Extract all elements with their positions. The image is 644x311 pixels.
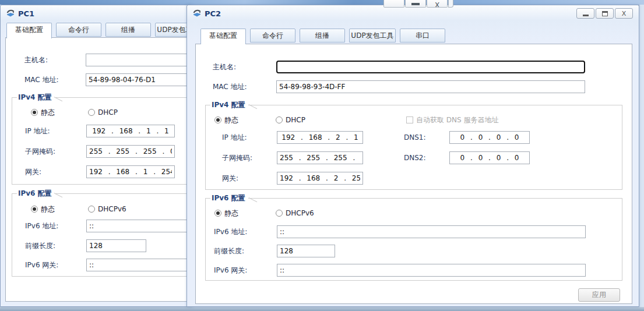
minimize-icon (411, 3, 420, 5)
pc2-mac-label: MAC 地址: (213, 80, 247, 93)
pc1-ipv4-groupbox: IPv4 配置 静态 DHCP IP 地址: 子网掩码: 网关: (12, 97, 190, 185)
pc2-window: PC2 X 基础配置 命令行 组播 UDP发包工具 串口 主机名: MAC 地址… (186, 5, 639, 307)
pc1-ipv6-gw-input[interactable] (86, 259, 192, 271)
pc2-tab-serial[interactable]: 串口 (400, 29, 445, 43)
pc1-ipv6-dhcpv6-radio[interactable]: DHCPv6 (88, 205, 126, 213)
ghost-minimize-button[interactable] (405, 0, 426, 8)
radio-unselected-icon (88, 109, 95, 116)
pc2-ipv4-static-label: 静态 (224, 115, 238, 125)
pc2-ipv6-groupbox: IPv6 配置 静态 DHCPv6 IPv6 地址: 前缀长度: IPv6 网关… (205, 198, 622, 281)
pc1-ipv6-group-label: IPv6 配置 (17, 189, 55, 198)
radio-unselected-icon (276, 210, 283, 217)
pc2-gateway-input[interactable] (277, 172, 363, 185)
radio-selected-icon (214, 210, 221, 217)
pc2-ipv6-group-label: IPv6 配置 (210, 193, 248, 203)
pc2-ipv6-static-label: 静态 (224, 208, 238, 218)
groupbox-diagonal (249, 197, 258, 202)
pc2-tabs: 基础配置 命令行 组播 UDP发包工具 串口 (200, 29, 445, 44)
radio-unselected-icon (276, 116, 283, 123)
pc1-ipv6-addr-input[interactable] (86, 220, 192, 232)
pc2-close-button[interactable]: X (615, 8, 633, 19)
pc1-mask-input[interactable] (86, 145, 175, 158)
pc1-ip-label: IP 地址: (25, 125, 50, 137)
pc1-tab-basic-config[interactable]: 基础配置 (6, 23, 52, 38)
pc2-ipv6-gw-input[interactable] (277, 264, 586, 277)
pc2-dns2-input[interactable] (449, 151, 530, 164)
pc1-gateway-input[interactable] (86, 165, 175, 178)
pc2-ipv6-dhcpv6-label: DHCPv6 (286, 209, 314, 217)
pc1-ipv4-static-radio[interactable]: 静态 (31, 108, 55, 116)
pc2-hostname-input[interactable] (276, 61, 585, 73)
pc2-mask-input[interactable] (277, 151, 363, 164)
groupbox-diagonal (54, 193, 63, 197)
pc2-tab-basic-config[interactable]: 基础配置 (200, 29, 246, 44)
radio-selected-icon (31, 206, 38, 213)
pc2-mac-input[interactable] (276, 80, 585, 93)
pc2-tab-cli[interactable]: 命令行 (250, 29, 295, 43)
ghost-maximize-button[interactable] (383, 0, 404, 8)
pc2-prefix-input[interactable] (277, 245, 335, 257)
pc2-minimize-button[interactable] (576, 8, 594, 19)
ghost-window-corner (448, 0, 453, 8)
pc1-ipv4-group-label: IPv4 配置 (17, 93, 55, 102)
pc1-ip-input[interactable] (86, 125, 175, 137)
ghost-close-button[interactable]: X (427, 0, 448, 8)
pc1-mask-label: 子网掩码: (25, 145, 55, 158)
pc1-ipv6-addr-label: IPv6 地址: (25, 220, 58, 232)
pc1-mac-input[interactable] (86, 73, 192, 86)
pc2-tab-multicast[interactable]: 组播 (300, 29, 345, 43)
pc1-hostname-input[interactable] (86, 54, 192, 66)
pc2-dns2-label: DNS2: (404, 151, 426, 164)
maximize-icon (602, 11, 608, 16)
pc1-basic-config-panel: 主机名: MAC 地址: IPv4 配置 静态 DHCP IP 地址: 子网 (5, 37, 192, 302)
pc1-tab-cli[interactable]: 命令行 (56, 23, 101, 37)
groupbox-diagonal (54, 97, 63, 101)
pc2-gateway-label: 网关: (222, 172, 238, 185)
radio-unselected-icon (88, 206, 95, 213)
pc2-dns-auto-checkbox[interactable]: 自动获取 DNS 服务器地址 (406, 116, 498, 124)
pc1-ipv4-dhcp-label: DHCP (98, 108, 118, 116)
pc2-ipv6-dhcpv6-radio[interactable]: DHCPv6 (276, 209, 314, 217)
pc2-ipv6-addr-input[interactable] (277, 225, 586, 238)
pc1-hostname-label: 主机名: (24, 54, 48, 66)
pc2-dns-auto-label: 自动获取 DNS 服务器地址 (416, 115, 498, 125)
background-bottom-strip (0, 307, 644, 311)
pc2-ipv4-group-label: IPv4 配置 (210, 100, 248, 109)
radio-selected-icon (31, 109, 38, 116)
pc1-ipv6-static-radio[interactable]: 静态 (31, 205, 55, 213)
pc1-prefix-label: 前缀长度: (25, 239, 55, 252)
desktop: PC1 基础配置 命令行 组播 UDP发包工具 主机名: MAC 地址: IPv… (0, 0, 644, 311)
pc1-window: PC1 基础配置 命令行 组播 UDP发包工具 主机名: MAC 地址: IPv… (0, 5, 192, 307)
pc2-ip-input[interactable] (277, 131, 363, 144)
device-icon (5, 9, 16, 18)
pc1-ipv6-dhcpv6-label: DHCPv6 (98, 205, 126, 213)
pc2-dns1-input[interactable] (449, 131, 530, 144)
pc1-titlebar[interactable]: PC1 (1, 5, 192, 22)
minimize-icon (583, 15, 589, 16)
pc1-mac-label: MAC 地址: (24, 73, 59, 86)
checkbox-unchecked-icon (406, 116, 413, 123)
pc2-ipv4-static-radio[interactable]: 静态 (214, 116, 238, 124)
pc1-ipv4-dhcp-radio[interactable]: DHCP (88, 108, 118, 116)
close-icon: X (622, 10, 627, 17)
pc2-window-title: PC2 (205, 9, 221, 18)
apply-button[interactable]: 应用 (578, 288, 620, 302)
pc1-prefix-input[interactable] (86, 239, 146, 252)
pc1-ipv6-groupbox: IPv6 配置 静态 DHCPv6 IPv6 地址: 前缀长度: IPv6 网关… (12, 193, 190, 277)
groupbox-diagonal (249, 104, 258, 109)
pc1-window-title: PC1 (18, 9, 34, 18)
pc2-ipv6-addr-label: IPv6 地址: (214, 225, 247, 238)
pc2-basic-config-panel: 主机名: MAC 地址: IPv4 配置 静态 DHCP 自动获取 (195, 44, 632, 304)
pc1-ipv4-static-label: 静态 (41, 108, 55, 118)
pc2-ipv6-static-radio[interactable]: 静态 (214, 209, 238, 217)
pc2-maximize-button[interactable] (596, 8, 614, 19)
pc2-ipv6-gw-label: IPv6 网关: (214, 264, 247, 277)
pc2-prefix-label: 前缀长度: (214, 245, 244, 257)
pc1-tab-multicast[interactable]: 组播 (105, 23, 151, 37)
pc2-ipv4-dhcp-label: DHCP (286, 116, 305, 124)
pc2-tab-udp-tool[interactable]: UDP发包工具 (349, 29, 396, 43)
pc2-ipv4-dhcp-radio[interactable]: DHCP (276, 116, 305, 124)
pc2-mask-label: 子网掩码: (222, 151, 252, 164)
pc2-titlebar[interactable]: PC2 X (187, 5, 639, 22)
pc2-ipv4-groupbox: IPv4 配置 静态 DHCP 自动获取 DNS 服务器地址 IP 地址: DN… (205, 105, 622, 190)
